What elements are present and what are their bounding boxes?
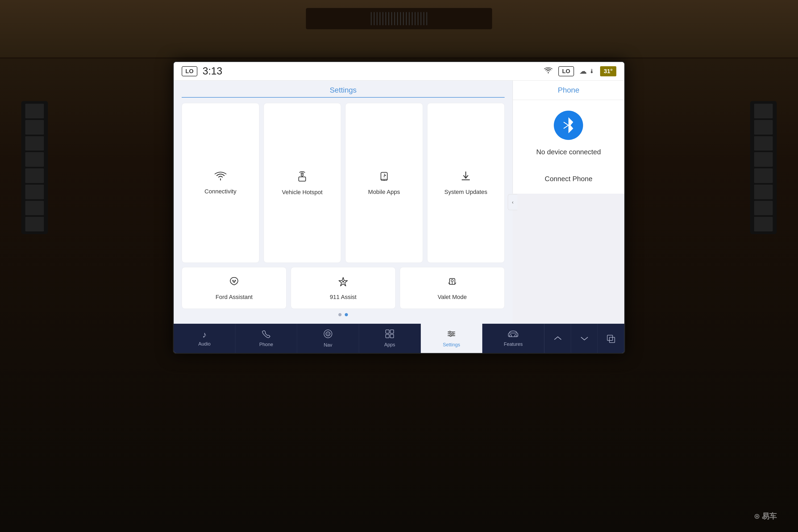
weather-info: ☁ 🌡: [580, 67, 595, 76]
thermometer-icon: 🌡: [589, 68, 595, 75]
nav-item-nav[interactable]: Ⓐ Nav: [297, 324, 359, 353]
vent-slot: [374, 12, 375, 25]
svg-text:Ⓐ: Ⓐ: [326, 332, 329, 336]
main-content: Settings: [174, 81, 624, 324]
vent-slot: [403, 12, 404, 25]
connect-phone-button[interactable]: Connect Phone: [545, 175, 592, 183]
features-nav-icon: [508, 330, 518, 340]
phone-nav-label: Phone: [259, 342, 273, 347]
svg-point-23: [452, 333, 454, 335]
weather-icon: ☁: [580, 67, 587, 76]
settings-grid-row2: Ford Assistant 911 Assist: [182, 267, 505, 309]
status-bar: LO 3:13 LO ☁ 🌡 31°: [174, 62, 624, 81]
nav-back-button[interactable]: [571, 324, 598, 353]
svg-rect-18: [390, 334, 394, 338]
nav-bar: ♪ Audio Phone Ⓐ N: [174, 324, 624, 353]
ford-assistant-label: Ford Assistant: [215, 294, 252, 301]
lo-badge-left: LO: [182, 66, 197, 76]
nav-item-phone[interactable]: Phone: [235, 324, 297, 353]
bluetooth-icon-wrapper: ®: [554, 111, 583, 140]
vent-slot: [377, 12, 377, 25]
page-dot-1[interactable]: [338, 313, 342, 316]
center-vent: [306, 8, 492, 29]
connectivity-label: Connectivity: [205, 188, 236, 195]
vent-slot: [415, 12, 416, 25]
svg-rect-29: [609, 337, 615, 343]
audio-nav-label: Audio: [198, 341, 211, 347]
bluetooth-registered-symbol: ®: [579, 112, 582, 116]
apps-nav-label: Apps: [384, 342, 395, 348]
phone-panel-title: Phone: [513, 81, 624, 100]
phone-panel: Phone ® No device connected Connect Phon…: [513, 81, 624, 194]
settings-item-mobile-apps[interactable]: Mobile Apps: [345, 103, 423, 263]
settings-item-911-assist[interactable]: 911 Assist: [291, 267, 396, 309]
right-vent: [750, 101, 777, 234]
page-dot-2[interactable]: [345, 313, 348, 316]
nav-nav-label: Nav: [324, 342, 332, 348]
valet-mode-label: Valet Mode: [438, 294, 467, 301]
svg-rect-0: [299, 177, 306, 181]
vent-slot: [391, 12, 392, 25]
lo-badge-right[interactable]: LO: [558, 66, 574, 76]
settings-item-ford-assistant[interactable]: Ford Assistant: [182, 267, 286, 309]
settings-item-vehicle-hotspot[interactable]: Vehicle Hotspot: [264, 103, 341, 263]
911-assist-label: 911 Assist: [330, 294, 357, 301]
vent-slot: [380, 12, 380, 25]
vent-slot: [400, 12, 401, 25]
911-assist-settings-icon: [337, 275, 349, 289]
svg-rect-16: [390, 330, 394, 333]
time-display: 3:13: [203, 65, 222, 77]
vent-slot: [371, 12, 372, 25]
phone-nav-icon: [262, 329, 270, 340]
system-updates-settings-icon: [460, 170, 472, 184]
vent-slot: [388, 12, 389, 25]
svg-rect-15: [386, 330, 389, 333]
ford-assistant-settings-icon: [228, 275, 241, 289]
svg-point-24: [450, 335, 451, 337]
settings-item-connectivity[interactable]: Connectivity: [182, 103, 259, 263]
vent-slot: [421, 12, 421, 25]
vent-slot: [397, 12, 398, 25]
vent-slot: [385, 12, 386, 25]
nav-controls: [544, 324, 624, 353]
phone-panel-content: ® No device connected Connect Phone: [531, 100, 606, 194]
svg-point-1: [301, 174, 303, 176]
nav-nav-icon: Ⓐ: [323, 329, 333, 341]
settings-nav-label: Settings: [443, 342, 460, 348]
vent-slot: [394, 12, 395, 25]
vent-slot: [382, 12, 383, 25]
nav-item-features[interactable]: Features: [482, 324, 544, 353]
apps-nav-icon: [385, 329, 394, 341]
nav-item-settings[interactable]: Settings: [421, 324, 482, 353]
settings-title: Settings: [182, 86, 505, 98]
settings-item-valet-mode[interactable]: Valet Mode: [400, 267, 505, 309]
features-nav-label: Features: [504, 342, 523, 347]
mobile-apps-label: Mobile Apps: [368, 189, 400, 195]
svg-point-10: [451, 280, 453, 282]
svg-point-8: [342, 281, 344, 283]
vehicle-hotspot-label: Vehicle Hotspot: [282, 189, 323, 196]
settings-grid-row1: Connectivity: [182, 103, 505, 263]
vent-slot: [409, 12, 410, 25]
settings-nav-icon: [447, 329, 456, 341]
status-right: LO ☁ 🌡 31°: [544, 66, 616, 76]
nav-item-apps[interactable]: Apps: [359, 324, 421, 353]
phone-panel-wrapper: ‹ Phone ® No device connected: [513, 81, 624, 324]
screen-content: LO 3:13 LO ☁ 🌡 31°: [174, 62, 624, 353]
settings-panel: Settings: [174, 81, 513, 324]
svg-point-27: [515, 335, 517, 337]
settings-item-system-updates[interactable]: System Updates: [427, 103, 505, 263]
nav-windows-button[interactable]: [598, 324, 624, 353]
svg-point-5: [384, 180, 385, 181]
collapse-phone-panel-button[interactable]: ‹: [508, 194, 517, 210]
wifi-settings-icon: [214, 171, 227, 184]
system-updates-label: System Updates: [444, 189, 487, 195]
nav-item-audio[interactable]: ♪ Audio: [174, 324, 235, 353]
svg-rect-17: [386, 334, 389, 338]
no-device-text: No device connected: [536, 148, 601, 156]
svg-rect-28: [607, 335, 613, 341]
nav-minimize-button[interactable]: [545, 324, 571, 353]
hotspot-settings-icon: [296, 170, 309, 185]
svg-point-26: [509, 335, 512, 337]
vent-slot: [423, 12, 424, 25]
